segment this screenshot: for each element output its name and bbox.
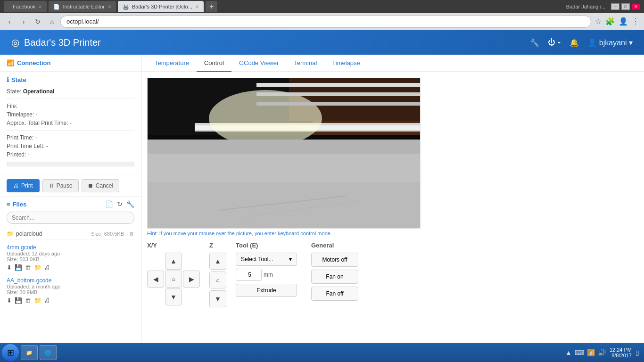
new-file-icon[interactable]: 📄 bbox=[105, 200, 113, 208]
cancel-button[interactable]: ⏹ Cancel bbox=[82, 179, 119, 192]
refresh-icon[interactable]: ↻ bbox=[117, 200, 123, 208]
print-button[interactable]: 🖨 Print bbox=[7, 179, 40, 192]
z-down-button[interactable]: ▼ bbox=[209, 290, 226, 307]
file-actions-2: ⬇ 💾 🗑 📁 🖨 bbox=[7, 297, 134, 304]
control-grid: X/Y ▲ ◀ ⌂ ▶ ▼ bbox=[141, 242, 644, 313]
network-icon[interactable]: 📶 bbox=[587, 349, 595, 356]
power-icon[interactable]: ⏻ ▾ bbox=[548, 38, 561, 47]
start-button[interactable]: ⊞ bbox=[2, 344, 19, 361]
tab-terminal[interactable]: Terminal bbox=[286, 55, 324, 72]
file-download-icon-2[interactable]: ⬇ bbox=[7, 297, 12, 304]
url-input[interactable] bbox=[60, 16, 591, 28]
taskbar-up-icon[interactable]: ▲ bbox=[565, 349, 572, 356]
file-download-icon-1[interactable]: ⬇ bbox=[7, 264, 12, 271]
extensions-icon[interactable]: 🧩 bbox=[604, 16, 616, 27]
tool-section: Tool (E) Select Tool... ▾ mm Extrude bbox=[236, 242, 302, 307]
profile-icon[interactable]: 👤 bbox=[618, 16, 629, 27]
bookmark-icon[interactable]: ☆ bbox=[594, 16, 603, 27]
folder-name: polarcloud bbox=[16, 230, 42, 237]
file-row: File: bbox=[7, 103, 134, 109]
pause-button[interactable]: ⏸ Pause bbox=[42, 179, 79, 192]
settings-icon[interactable]: ⋮ bbox=[631, 16, 640, 27]
mm-input[interactable] bbox=[236, 269, 262, 281]
tabs-bar: f Facebook ✕ 📄 Instructable Editor ✕ 🖨️ … bbox=[4, 1, 217, 12]
sidebar: 📶 Connection ℹ State State: Operational … bbox=[0, 55, 141, 362]
maximize-button[interactable]: □ bbox=[621, 3, 630, 10]
file-save-icon-1[interactable]: 💾 bbox=[15, 264, 22, 271]
fan-off-button[interactable]: Fan off bbox=[311, 287, 358, 301]
tab-instructable-close[interactable]: ✕ bbox=[107, 4, 111, 9]
file-name-1[interactable]: 4mm.gcode bbox=[7, 244, 134, 251]
show-desktop-icon[interactable]: ▯ bbox=[636, 349, 639, 356]
tab-temperature[interactable]: Temperature bbox=[147, 55, 197, 72]
connection-label: Connection bbox=[17, 59, 51, 66]
chrome-icon: 🌐 bbox=[45, 350, 51, 356]
xy-right-button[interactable]: ▶ bbox=[183, 271, 200, 288]
new-tab-btn[interactable]: + bbox=[206, 1, 217, 12]
z-home-button[interactable]: ⌂ bbox=[209, 272, 226, 288]
window-controls: Badar Jahangir... ─ □ ✕ bbox=[566, 3, 640, 10]
progress-bar-container bbox=[7, 162, 134, 166]
tab-facebook[interactable]: f Facebook ✕ bbox=[4, 1, 47, 12]
keyboard-icon[interactable]: ⌨ bbox=[575, 349, 584, 356]
forward-button[interactable]: › bbox=[18, 16, 29, 27]
tab-badar[interactable]: 🖨️ Badar's 3D Printer [Octo... ✕ bbox=[118, 1, 204, 12]
print-time-label: Print Time: bbox=[7, 134, 33, 141]
z-up-button[interactable]: ▲ bbox=[209, 253, 226, 270]
tab-gcode[interactable]: GCode Viewer bbox=[231, 55, 286, 72]
files-section: ≡ Files 📄 ↻ 🔧 📁 polarcloud Size: 680.5KB bbox=[0, 197, 141, 311]
explorer-icon: 📁 bbox=[26, 350, 33, 356]
files-title[interactable]: ≡ Files bbox=[7, 201, 26, 208]
file-name-2[interactable]: AA_bottom.gcode bbox=[7, 277, 134, 284]
xy-left-button[interactable]: ◀ bbox=[147, 271, 164, 288]
home-button[interactable]: ⌂ bbox=[46, 16, 58, 27]
tab-facebook-label: Facebook bbox=[13, 4, 35, 9]
file-save-icon-2[interactable]: 💾 bbox=[15, 297, 22, 304]
tab-instructable[interactable]: 📄 Instructable Editor ✕ bbox=[49, 1, 116, 12]
extrude-button[interactable]: Extrude bbox=[236, 284, 297, 297]
taskbar: ⊞ 📁 🌐 ▲ ⌨ 📶 🔊 12:24 PM 8/8/2017 ▯ bbox=[0, 343, 644, 362]
motors-off-button[interactable]: Motors off bbox=[311, 253, 358, 267]
extrude-label: Extrude bbox=[256, 287, 276, 294]
config-icon[interactable]: 🔧 bbox=[126, 200, 134, 208]
file-folder-icon-1[interactable]: 📁 bbox=[34, 264, 41, 271]
tab-badar-close[interactable]: ✕ bbox=[195, 4, 199, 9]
select-tool-button[interactable]: Select Tool... ▾ bbox=[236, 253, 297, 266]
files-header: ≡ Files 📄 ↻ 🔧 bbox=[7, 200, 134, 208]
camera-feed[interactable] bbox=[147, 78, 421, 229]
xy-up-button[interactable]: ▲ bbox=[165, 253, 182, 270]
volume-icon[interactable]: 🔊 bbox=[598, 349, 606, 356]
fan-on-label: Fan on bbox=[326, 273, 343, 280]
reload-button[interactable]: ↻ bbox=[32, 16, 43, 27]
xy-down-button[interactable]: ▼ bbox=[165, 288, 182, 305]
tab-control[interactable]: Control bbox=[197, 55, 231, 72]
tab-facebook-close[interactable]: ✕ bbox=[38, 4, 42, 9]
badar-tab-icon: 🖨️ bbox=[123, 4, 129, 10]
search-input[interactable] bbox=[7, 212, 134, 224]
file-print-icon-2[interactable]: 🖨 bbox=[44, 297, 50, 304]
file-folder-icon-2[interactable]: 📁 bbox=[34, 297, 41, 304]
back-button[interactable]: ‹ bbox=[4, 16, 15, 27]
xy-home-button[interactable]: ⌂ bbox=[165, 271, 182, 288]
fan-on-button[interactable]: Fan on bbox=[311, 270, 358, 284]
file-print-icon-1[interactable]: 🖨 bbox=[44, 264, 50, 271]
approx-label: Approx. Total Print Time: bbox=[7, 120, 68, 126]
print-time-left-value: - bbox=[46, 143, 48, 149]
taskbar-app-explorer[interactable]: 📁 bbox=[21, 345, 38, 360]
taskbar-app-chrome[interactable]: 🌐 bbox=[40, 345, 57, 360]
file-delete-icon-2[interactable]: 🗑 bbox=[25, 297, 31, 304]
taskbar-clock[interactable]: 12:24 PM 8/8/2017 bbox=[610, 347, 632, 358]
tab-timelapse[interactable]: Timelapse bbox=[324, 55, 367, 72]
folder-delete-icon[interactable]: 🗑 bbox=[129, 231, 134, 237]
file-meta-2: Uploaded: a month ago Size: 30.9MB bbox=[7, 284, 134, 295]
minimize-button[interactable]: ─ bbox=[611, 3, 619, 10]
file-delete-icon-1[interactable]: 🗑 bbox=[25, 264, 31, 271]
close-button[interactable]: ✕ bbox=[632, 3, 640, 10]
content-area: Temperature Control GCode Viewer Termina… bbox=[141, 55, 644, 362]
notifications-icon[interactable]: 🔔 bbox=[570, 38, 579, 47]
taskbar-right: ▲ ⌨ 📶 🔊 12:24 PM 8/8/2017 ▯ bbox=[565, 347, 642, 358]
settings-wrench-icon[interactable]: 🔧 bbox=[530, 38, 539, 47]
connection-section[interactable]: 📶 Connection bbox=[0, 55, 141, 72]
general-label: General bbox=[311, 242, 358, 249]
user-menu[interactable]: 👤 bjkayani ▾ bbox=[587, 38, 633, 47]
